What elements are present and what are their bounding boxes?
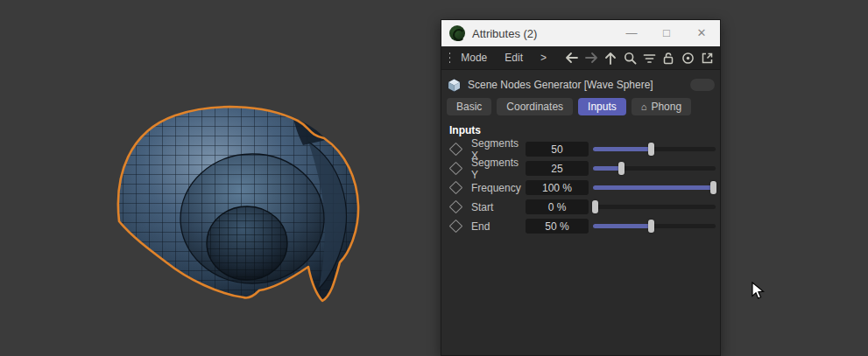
close-button[interactable]: ✕ — [695, 27, 708, 39]
menu-mode[interactable]: Mode — [461, 52, 487, 64]
keyframe-diamond-icon[interactable] — [449, 220, 463, 234]
tab-bar: Basic Coordinates Inputs ⌂ Phong — [447, 98, 715, 115]
keyframe-diamond-icon[interactable] — [449, 200, 463, 214]
mouse-cursor — [752, 282, 766, 301]
attributes-panel: Attributes (2) — □ ✕ Mode Edit > — [441, 19, 721, 356]
keyframe-diamond-icon[interactable] — [449, 143, 463, 157]
tab-basic[interactable]: Basic — [447, 98, 491, 115]
wave-sphere-core — [207, 206, 287, 280]
param-row-segments-y: Segments Y 25 — [449, 161, 716, 176]
tab-label: Basic — [456, 101, 482, 113]
titlebar[interactable]: Attributes (2) — □ ✕ — [441, 20, 720, 46]
param-value-field[interactable]: 50 % — [526, 219, 589, 234]
minimize-button[interactable]: — — [625, 27, 638, 39]
menu-more[interactable]: > — [540, 52, 547, 64]
param-label: Start — [471, 201, 526, 213]
slider-handle[interactable] — [648, 143, 654, 156]
param-value-field[interactable]: 50 — [526, 142, 589, 157]
target-icon[interactable] — [680, 50, 695, 66]
phong-icon: ⌂ — [641, 102, 647, 111]
tab-label: Phong — [651, 101, 681, 113]
param-slider[interactable] — [593, 199, 716, 214]
param-slider[interactable] — [593, 161, 716, 176]
param-row-start: Start 0 % — [449, 199, 716, 214]
cube-icon — [447, 78, 462, 93]
param-row-frequency: Frequency 100 % — [449, 180, 716, 195]
tab-label: Coordinates — [506, 101, 563, 113]
maximize-button[interactable]: □ — [660, 27, 673, 39]
param-row-segments-x: Segments X 50 — [449, 142, 716, 157]
object-header: Scene Nodes Generator [Wave Sphere] — [447, 74, 715, 95]
popout-icon[interactable] — [699, 50, 715, 66]
back-icon[interactable] — [564, 50, 580, 66]
menu-edit[interactable]: Edit — [505, 52, 523, 64]
section-title-inputs: Inputs — [449, 124, 720, 136]
window-title: Attributes (2) — [472, 27, 625, 40]
param-label: End — [471, 220, 526, 233]
param-value-field[interactable]: 25 — [526, 161, 589, 176]
app-icon — [449, 25, 465, 41]
parameter-rows: Segments X 50 Segments Y 25 Frequency 10… — [441, 142, 720, 234]
param-label: Segments Y — [471, 157, 526, 181]
tab-phong[interactable]: ⌂ Phong — [632, 98, 691, 115]
slider-handle[interactable] — [618, 162, 625, 175]
slider-handle[interactable] — [592, 200, 598, 213]
slider-handle[interactable] — [710, 181, 716, 194]
header-pill[interactable] — [690, 79, 715, 91]
tab-coordinates[interactable]: Coordinates — [497, 98, 573, 115]
param-value-field[interactable]: 0 % — [526, 199, 589, 214]
filter-icon[interactable] — [641, 50, 657, 66]
hamburger-icon[interactable] — [449, 52, 450, 63]
keyframe-diamond-icon[interactable] — [449, 162, 463, 176]
forward-icon[interactable] — [583, 50, 599, 66]
lock-icon[interactable] — [660, 50, 676, 66]
tab-inputs[interactable]: Inputs — [578, 98, 626, 115]
param-label: Frequency — [471, 182, 526, 194]
object-name: Scene Nodes Generator [Wave Sphere] — [468, 79, 653, 91]
search-icon[interactable] — [622, 50, 638, 66]
param-slider[interactable] — [593, 219, 716, 234]
param-row-end: End 50 % — [449, 219, 716, 234]
wave-sphere-object[interactable] — [96, 87, 377, 315]
param-slider[interactable] — [593, 142, 716, 157]
up-icon[interactable] — [603, 50, 618, 66]
param-slider[interactable] — [593, 180, 716, 195]
menubar: Mode Edit > — [441, 46, 720, 70]
keyframe-diamond-icon[interactable] — [449, 181, 463, 195]
slider-handle[interactable] — [648, 220, 654, 233]
param-value-field[interactable]: 100 % — [526, 180, 589, 195]
tab-label: Inputs — [588, 101, 617, 113]
